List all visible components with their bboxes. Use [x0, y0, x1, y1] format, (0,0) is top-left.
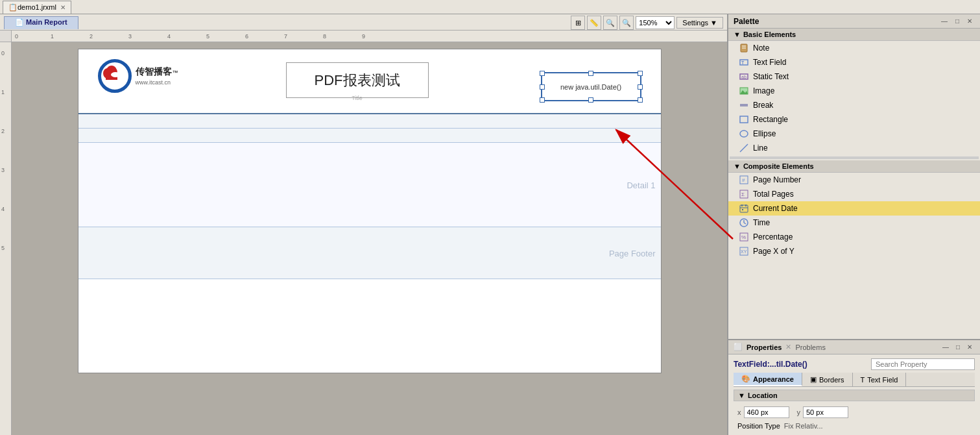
basic-elements-label: Basic Elements — [743, 31, 796, 38]
handle-ml[interactable] — [540, 84, 545, 90]
svg-rect-26 — [740, 104, 748, 106]
properties-header: ⬜ Properties ✕ Problems — □ ✕ — [728, 340, 980, 354]
x-input[interactable] — [744, 406, 789, 418]
palette-item-percentage[interactable]: % Percentage — [728, 230, 980, 244]
svg-rect-38 — [742, 209, 743, 210]
page-number-icon: # — [739, 175, 749, 185]
line-icon — [739, 143, 749, 153]
editor-toolbar-tabs: 📄 Main Report ⊞ 📏 🔍 🔍 150% Settings ▼ — [0, 14, 727, 31]
zoom-select[interactable]: 150% — [636, 16, 675, 29]
palette-item-line[interactable]: Line — [728, 141, 980, 155]
palette-item-rectangle[interactable]: Rectangle — [728, 112, 980, 127]
handle-mr[interactable] — [638, 84, 643, 90]
handle-br[interactable] — [638, 97, 643, 103]
total-pages-icon: Σ — [739, 189, 749, 199]
svg-text:2: 2 — [1, 128, 5, 134]
props-maximize-btn[interactable]: □ — [953, 342, 962, 352]
palette-item-note[interactable]: Note — [728, 41, 980, 55]
props-minimize-btn[interactable]: — — [940, 342, 951, 352]
palette-item-time[interactable]: Time — [728, 216, 980, 230]
palette-header: Palette — □ ✕ — [728, 14, 980, 29]
palette-item-text-field[interactable]: T Text Field — [728, 55, 980, 69]
ruler-horizontal: 0 1 2 3 4 5 6 7 8 9 — [12, 31, 727, 42]
y-input[interactable] — [803, 406, 848, 418]
svg-text:3: 3 — [128, 33, 132, 40]
palette-item-page-x-of-y[interactable]: XY Page X of Y — [728, 244, 980, 258]
break-label: Break — [753, 101, 773, 110]
basic-elements-section-header[interactable]: ▼ Basic Elements — [728, 29, 980, 41]
palette-item-static-text[interactable]: ab Static Text — [728, 69, 980, 84]
main-report-tab[interactable]: 📄 Main Report — [4, 16, 78, 29]
band-detail: Detail 1 — [78, 143, 661, 227]
rectangle-icon — [739, 114, 749, 125]
handle-tr[interactable] — [638, 71, 643, 76]
page-x-of-y-label: Page X of Y — [753, 247, 795, 256]
handle-tl[interactable] — [540, 71, 545, 76]
palette-panel: Palette — □ ✕ ▼ Basic Elements Note — [727, 14, 980, 435]
tab-text-field[interactable]: T Text Field — [853, 373, 907, 386]
percentage-icon: % — [739, 232, 749, 242]
pdf-title-box[interactable]: PDF报表测试 Title — [286, 62, 429, 98]
prop-field-name: TextField:...til.Date() — [734, 360, 807, 369]
current-date-icon — [739, 203, 749, 214]
svg-text:1: 1 — [51, 33, 54, 40]
palette-item-ellipse[interactable]: Ellipse — [728, 127, 980, 141]
time-label: Time — [753, 218, 770, 227]
time-icon — [739, 218, 749, 228]
svg-text:XY: XY — [741, 249, 747, 254]
palette-item-page-number[interactable]: # Page Number — [728, 173, 980, 187]
palette-item-image[interactable]: Image — [728, 84, 980, 98]
svg-text:9: 9 — [362, 33, 365, 40]
handle-tm[interactable] — [588, 71, 593, 76]
ellipse-icon — [739, 129, 749, 139]
text-field-icon: T — [739, 57, 749, 68]
palette-item-break[interactable]: Break — [728, 98, 980, 112]
editor-area: 📄 Main Report ⊞ 📏 🔍 🔍 150% Settings ▼ — [0, 14, 727, 435]
report-canvas[interactable]: 传智播客 ™ www.itcast.cn PDF报表测试 Title — [12, 42, 727, 435]
svg-text:2: 2 — [90, 33, 93, 40]
x-label: x — [737, 408, 741, 416]
tab-demo1[interactable]: 📋 demo1.jrxml ✕ — [3, 1, 71, 14]
svg-text:5: 5 — [206, 33, 209, 40]
band-page-footer: Page Footer — [78, 227, 661, 279]
ellipse-label: Ellipse — [753, 129, 776, 138]
svg-line-41 — [744, 223, 746, 224]
props-close-btn[interactable]: ✕ — [964, 342, 975, 352]
image-label: Image — [753, 86, 774, 95]
handle-bl[interactable] — [540, 97, 545, 103]
palette-item-total-pages[interactable]: Σ Total Pages — [728, 187, 980, 201]
zoom-out-btn[interactable]: 🔍 — [603, 16, 617, 30]
svg-text:0: 0 — [15, 33, 18, 40]
tab-close-btn[interactable]: ✕ — [60, 4, 66, 11]
composite-elements-section-header[interactable]: ▼ Composite Elements — [728, 160, 980, 173]
palette-close-btn[interactable]: ✕ — [964, 16, 975, 26]
zoom-in-btn[interactable]: 🔍 — [619, 16, 634, 30]
problems-label: Problems — [795, 343, 825, 351]
properties-separator: ✕ — [785, 343, 791, 351]
tab-borders[interactable]: ▣ Borders — [802, 373, 853, 386]
palette-item-current-date[interactable]: Current Date Current date — [728, 201, 980, 216]
palette-header-icons: — □ ✕ — [938, 16, 975, 26]
svg-text:7: 7 — [284, 33, 287, 40]
svg-text:4: 4 — [1, 206, 5, 212]
x-field: x — [737, 406, 789, 418]
line-label: Line — [753, 143, 768, 153]
handle-bm[interactable] — [588, 97, 593, 103]
svg-text:0: 0 — [1, 50, 5, 56]
palette-maximize-btn[interactable]: □ — [953, 16, 962, 26]
date-field-box[interactable]: new java.util.Date() — [541, 72, 641, 101]
svg-text:4: 4 — [167, 33, 171, 40]
ruler-btn[interactable]: 📏 — [587, 16, 601, 30]
location-collapse-icon: ▼ — [738, 392, 745, 399]
basic-elements-collapse-icon: ▼ — [734, 31, 741, 38]
page-x-of-y-icon: XY — [739, 246, 749, 256]
total-pages-label: Total Pages — [753, 190, 794, 199]
settings-btn[interactable]: Settings ▼ — [676, 17, 723, 29]
tab-appearance[interactable]: 🎨 Appearance — [734, 373, 802, 386]
palette-scroll[interactable]: ▼ Basic Elements Note T Text Field — [728, 29, 980, 339]
grid-btn[interactable]: ⊞ — [571, 16, 585, 30]
search-property-input[interactable] — [871, 358, 975, 370]
svg-rect-27 — [740, 116, 748, 123]
palette-minimize-btn[interactable]: — — [938, 16, 950, 26]
svg-text:1: 1 — [1, 89, 5, 95]
